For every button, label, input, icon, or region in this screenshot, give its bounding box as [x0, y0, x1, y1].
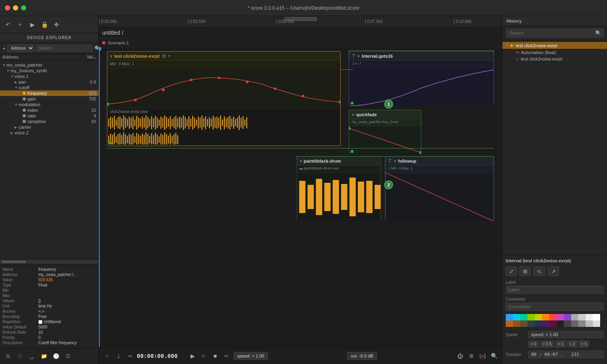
color-swatch-midgray[interactable] — [571, 320, 578, 327]
color-swatch-darkbrown[interactable] — [513, 320, 520, 327]
terminal-icon[interactable]: ▷| — [479, 353, 487, 359]
tree-item[interactable]: ▼ voice.1 — [0, 73, 98, 79]
color-swatch-indigo[interactable] — [542, 320, 549, 327]
add-address-button[interactable]: + — [2, 45, 6, 52]
color-swatch-maroon[interactable] — [549, 320, 557, 327]
label-field[interactable] — [506, 286, 604, 294]
color-swatch-darkgray[interactable] — [564, 320, 571, 327]
color-swatch-brown[interactable] — [506, 320, 513, 327]
import-icon[interactable]: ⍽ — [27, 352, 36, 361]
scrollbar-thumb[interactable] — [2, 261, 26, 263]
color-swatch-white[interactable] — [593, 314, 600, 320]
wave-icon[interactable]: ↝ — [126, 353, 134, 359]
color-swatch-red[interactable] — [549, 314, 557, 320]
tree-item[interactable]: ramptime 20 — [0, 119, 98, 124]
color-swatch-gray2[interactable] — [578, 320, 586, 327]
history-icon[interactable]: 🕐 — [52, 352, 61, 361]
branch-icon[interactable]: ⑂ — [103, 353, 111, 359]
lock-tool[interactable]: 🔒 — [40, 21, 48, 29]
cursor-tool[interactable]: ↶ — [4, 21, 12, 29]
history-search-input[interactable] — [506, 29, 604, 38]
address-type-select[interactable]: Address — [7, 44, 34, 52]
speed-x2-button[interactable]: × 2 — [567, 341, 578, 347]
speed-x1-button[interactable]: × 1 — [555, 341, 566, 347]
interval-power-icon[interactable]: ⏻ — [162, 54, 166, 58]
transport-speed-display[interactable]: speed: × 1.00 — [234, 352, 268, 360]
inspector-mix-icon[interactable]: ⊞ — [519, 266, 531, 276]
color-swatch-pink[interactable] — [557, 314, 564, 320]
interval-followup[interactable]: ⊤ ∨ followup :/ Min: 0 Max: 1 — [385, 156, 494, 221]
address-search-input[interactable] — [36, 45, 93, 52]
color-swatch-teal[interactable] — [520, 314, 527, 320]
svg-point-124 — [420, 151, 421, 154]
play-tool[interactable]: ▶ — [28, 21, 36, 29]
color-swatch-black[interactable] — [557, 320, 564, 327]
image-icon[interactable]: ⚆ — [15, 352, 24, 361]
color-swatch-lightsilver[interactable] — [593, 320, 600, 327]
color-swatch-lightgray[interactable] — [578, 314, 586, 320]
tree-item[interactable]: index 10 — [0, 107, 98, 113]
maximize-button[interactable] — [21, 5, 26, 10]
score-area[interactable]: untitled / Scenario.1 ∨ test click2noise… — [99, 27, 502, 347]
tree-item[interactable]: ▶ carrier — [0, 124, 98, 130]
inspector-expand-icon[interactable]: ⤢ — [506, 266, 517, 276]
list-icon[interactable]: ☰ — [64, 352, 73, 361]
tree-item[interactable]: gain 705 — [0, 96, 98, 102]
speed-x0-button[interactable]: × 0 — [528, 341, 539, 347]
color-swatch-orange[interactable] — [542, 314, 549, 320]
repetition-checkbox[interactable] — [38, 320, 42, 324]
rewind-button[interactable]: ↩ — [222, 353, 230, 359]
duration-input[interactable] — [528, 351, 604, 358]
grid-icon[interactable]: ⧉ — [3, 352, 12, 361]
history-item-click2noise[interactable]: ▼ ▶ test click2noise-exrpt — [502, 42, 607, 49]
folder-icon[interactable]: 📁 — [40, 352, 48, 361]
speed-x5-button[interactable]: × 5 — [579, 341, 589, 347]
search-icon-transport[interactable]: 🔍 — [490, 353, 498, 359]
inspector-fraction-icon[interactable]: ⁴⁄₄ — [533, 266, 545, 276]
horizontal-scrollbar[interactable] — [0, 259, 98, 264]
tree-item[interactable]: ratio 4 — [0, 113, 98, 119]
play-selection-button[interactable]: ▷ — [200, 353, 208, 358]
interval-gets16[interactable]: ⊤ ∨ Interval.gets16 :/-> :/ — [349, 51, 494, 106]
color-swatch-blue[interactable] — [506, 314, 513, 320]
color-swatch-yellow[interactable] — [535, 314, 542, 320]
ruler-time-3: | 0:07.500 — [365, 19, 383, 24]
tree-item[interactable]: ▼ modulation — [0, 102, 98, 107]
close-button[interactable] — [5, 5, 10, 10]
tree-item[interactable]: ▼ my_ossia_patcher — [0, 62, 98, 68]
comments-field[interactable] — [506, 303, 604, 311]
color-swatch-navy[interactable] — [535, 320, 542, 327]
history-item-audio[interactable]: ♫ test click2noise-exrpt — [502, 56, 607, 62]
expand-tool[interactable]: ✥ — [52, 21, 61, 29]
color-swatch-gray[interactable] — [571, 314, 578, 320]
tree-item-frequency[interactable]: frequency 925 — [0, 90, 98, 96]
transport-volume-display[interactable]: vol: -6.0 dB — [347, 352, 377, 360]
color-swatch-nearwhite[interactable] — [586, 314, 593, 320]
color-swatch-lime[interactable] — [527, 314, 535, 320]
speed-x05-button[interactable]: × 0.5 — [540, 341, 554, 347]
color-swatch-silver[interactable] — [586, 320, 593, 327]
speed-input[interactable] — [528, 331, 604, 338]
tree-item[interactable]: ▼ cutoff — [0, 85, 98, 90]
add-tool[interactable]: ＋ — [16, 21, 24, 29]
play-button[interactable]: ▶ — [188, 353, 197, 359]
interval-quickfade[interactable]: ∨ quickfade my_ossia_patcher:/my_2voic — [349, 110, 421, 154]
stop-button[interactable]: ■ — [211, 353, 219, 359]
minimize-button[interactable] — [13, 5, 18, 10]
power-icon-transport[interactable]: ⏻ — [456, 353, 464, 359]
tree-item[interactable]: ▼ my_2voices_synth — [0, 68, 98, 73]
mix-icon-transport[interactable]: ⊞ — [467, 353, 475, 359]
music-icon[interactable]: ♩ — [114, 353, 122, 359]
interval-test-click2noise[interactable]: ∨ test click2noise-exrpt ⏻ + Min: 0 Max:… — [107, 51, 341, 146]
interval-paintitblack[interactable]: ∨ paintitblack-drum ▬ paintitblack-drum.… — [297, 156, 381, 221]
color-swatch-cyan[interactable] — [513, 314, 520, 320]
color-swatch-purple[interactable] — [564, 314, 571, 320]
tree-item[interactable]: ▶ pan 0.8 — [0, 79, 98, 85]
history-item-automation[interactable]: ↝ Automation (float) — [502, 49, 607, 56]
color-swatch-olive[interactable] — [520, 320, 527, 327]
interval-add-icon[interactable]: + — [167, 53, 170, 59]
inspector-diagonal-icon[interactable]: ↗ — [548, 266, 559, 276]
tree-item[interactable]: ▶ voice.2 — [0, 130, 98, 136]
interval-paintitblack-title: paintitblack-drum — [304, 159, 341, 163]
color-swatch-teal-dark[interactable] — [527, 320, 535, 327]
